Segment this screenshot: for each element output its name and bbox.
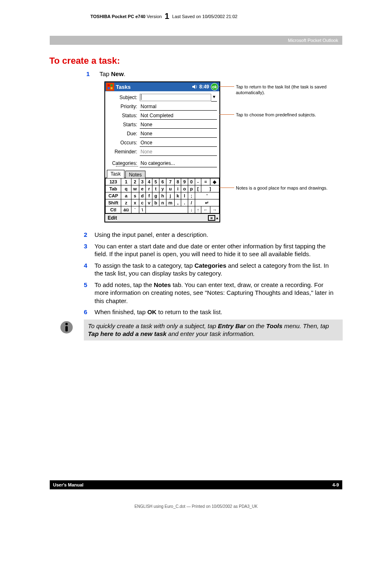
key[interactable]: ,	[175, 199, 181, 206]
key[interactable]: →	[210, 206, 219, 213]
ss-title-bar: Tasks 8:49 ok	[105, 82, 219, 91]
key[interactable]: l	[181, 192, 188, 199]
status-label: Status:	[108, 113, 140, 118]
key[interactable]: `	[131, 206, 139, 213]
key[interactable]: 6	[159, 178, 166, 185]
priority-label: Priority:	[108, 104, 140, 109]
key[interactable]: Shift	[106, 199, 121, 206]
key[interactable]: 5	[152, 178, 159, 185]
footer-bar: User's Manual 4-9	[50, 480, 342, 489]
key[interactable]: ;	[188, 192, 195, 199]
key[interactable]: p	[188, 185, 195, 192]
step-1-pre: Tap	[99, 70, 111, 77]
sip-icon[interactable]: ▦	[208, 215, 215, 221]
priority-value[interactable]: Normal	[140, 103, 217, 111]
key[interactable]: CAP	[106, 192, 121, 199]
sip-up-icon[interactable]: ▴	[216, 215, 218, 220]
key[interactable]: f	[146, 192, 152, 199]
reminder-label: Reminder:	[108, 149, 140, 155]
key-space[interactable]	[146, 206, 188, 213]
key[interactable]: ◆	[210, 178, 219, 185]
key[interactable]: m	[166, 199, 174, 206]
step-1: 1 Tap New.	[86, 70, 343, 77]
key[interactable]: v	[146, 199, 152, 206]
key[interactable]: u	[166, 185, 174, 192]
key[interactable]: -	[195, 178, 201, 185]
occurs-value[interactable]: Once	[140, 139, 217, 147]
subject-input[interactable]	[140, 94, 211, 101]
key[interactable]: .	[181, 199, 188, 206]
edit-menu[interactable]: Edit	[105, 215, 208, 221]
step-1-post: .	[124, 70, 125, 77]
key[interactable]: w	[131, 185, 139, 192]
key[interactable]: x	[131, 199, 139, 206]
key[interactable]: z	[121, 199, 131, 206]
key[interactable]: g	[152, 192, 159, 199]
tab-task[interactable]: Task	[107, 170, 125, 178]
page-header: TOSHIBA Pocket PC e740 Version 1 Last Sa…	[0, 0, 392, 23]
tip-text: To quickly create a task with only a sub…	[84, 320, 343, 340]
key[interactable]: Tab	[106, 185, 121, 192]
key[interactable]: '	[195, 192, 219, 199]
key[interactable]: /	[188, 199, 195, 206]
key[interactable]: 4	[146, 178, 152, 185]
key[interactable]: 1	[121, 178, 131, 185]
key[interactable]: 8	[175, 178, 181, 185]
svg-rect-2	[108, 87, 110, 89]
key[interactable]: j	[166, 192, 174, 199]
key[interactable]: ]	[201, 185, 219, 192]
soft-keyboard[interactable]: 123 1 2 3 4 5 6 7 8 9 0 - =	[105, 178, 219, 213]
svg-rect-7	[65, 326, 68, 331]
step-2-num: 2	[84, 231, 95, 239]
key[interactable]: áü	[121, 206, 131, 213]
header-version-word: Version	[147, 14, 162, 19]
step-5-num: 5	[84, 281, 95, 305]
key[interactable]: 0	[188, 178, 195, 185]
due-value[interactable]: None	[140, 130, 217, 138]
key[interactable]: 7	[166, 178, 174, 185]
speaker-icon[interactable]	[192, 84, 198, 89]
key[interactable]: a	[121, 192, 131, 199]
tab-notes[interactable]: Notes	[125, 171, 145, 178]
key[interactable]: 3	[139, 178, 146, 185]
key[interactable]: ↵	[195, 199, 219, 206]
categories-value[interactable]: No categories...	[140, 160, 217, 167]
key[interactable]: o	[181, 185, 188, 192]
step-5: 5 To add notes, tap the Notes tab. You c…	[49, 281, 343, 305]
status-value[interactable]: Not Completed	[140, 112, 217, 120]
key[interactable]: t	[152, 185, 159, 192]
key[interactable]: d	[139, 192, 146, 199]
key[interactable]: 2	[131, 178, 139, 185]
start-icon[interactable]	[106, 83, 114, 91]
key[interactable]: 123	[106, 178, 121, 185]
key[interactable]: y	[159, 185, 166, 192]
key[interactable]: b	[152, 199, 159, 206]
key[interactable]: ↑	[195, 206, 201, 213]
steps-list: 2 Using the input panel, enter a descrip…	[49, 231, 343, 316]
step-6-text: When finished, tap OK to return to the t…	[95, 308, 343, 316]
key[interactable]: i	[175, 185, 181, 192]
step-6-num: 6	[84, 308, 95, 316]
key[interactable]: 9	[181, 178, 188, 185]
key[interactable]: n	[159, 199, 166, 206]
ok-button[interactable]: ok	[211, 83, 218, 90]
key[interactable]: ←	[201, 206, 210, 213]
subject-dropdown-icon[interactable]: ▾	[211, 94, 217, 102]
reminder-value[interactable]: None	[140, 148, 217, 156]
key[interactable]: q	[121, 185, 131, 192]
key[interactable]: ↓	[188, 206, 195, 213]
callout-3: Notes is a good place for maps and drawi…	[236, 185, 343, 191]
key[interactable]: =	[201, 178, 210, 185]
key[interactable]: h	[159, 192, 166, 199]
key[interactable]: c	[139, 199, 146, 206]
key[interactable]: Ctl	[106, 206, 121, 213]
starts-value[interactable]: None	[140, 121, 217, 129]
key[interactable]: k	[175, 192, 181, 199]
key[interactable]: r	[146, 185, 152, 192]
key[interactable]: \	[139, 206, 146, 213]
print-line: ENGLISH using Euro_C.dot — Printed on 10…	[0, 504, 392, 509]
key[interactable]: e	[139, 185, 146, 192]
key[interactable]: [	[195, 185, 201, 192]
key[interactable]: s	[131, 192, 139, 199]
callout-line-2	[219, 114, 234, 115]
